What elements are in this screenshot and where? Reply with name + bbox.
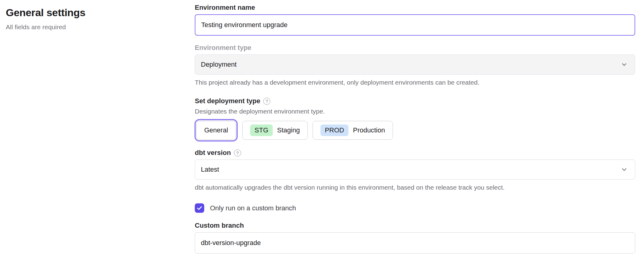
deployment-type-staging-button[interactable]: STG Staging — [242, 121, 308, 140]
dbt-version-helper: dbt automatically upgrades the dbt versi… — [195, 184, 635, 191]
dbt-version-field: dbt version ? Latest dbt automatically u… — [195, 149, 635, 191]
required-fields-note: All fields are required — [6, 23, 189, 31]
chevron-down-icon — [621, 61, 628, 68]
dbt-version-value: Latest — [201, 166, 219, 174]
deployment-type-production-button[interactable]: PROD Production — [313, 121, 393, 140]
environment-type-helper: This project already has a development e… — [195, 79, 635, 86]
environment-name-field: Environment name — [195, 4, 635, 36]
custom-branch-label: Custom branch — [195, 222, 635, 230]
custom-branch-toggle-label[interactable]: Only run on a custom branch — [210, 204, 296, 212]
dbt-version-label-row: dbt version ? — [195, 149, 635, 157]
custom-branch-checkbox[interactable] — [195, 203, 204, 213]
deployment-type-options: General STG Staging PROD Production — [195, 121, 635, 140]
environment-type-label: Environment type — [195, 44, 635, 52]
custom-branch-toggle-row: Only run on a custom branch — [195, 203, 635, 213]
staging-badge: STG — [250, 124, 272, 136]
custom-branch-field: Custom branch — [195, 222, 635, 254]
environment-name-label: Environment name — [195, 4, 635, 12]
custom-branch-input[interactable] — [195, 232, 635, 254]
help-icon[interactable]: ? — [234, 149, 241, 156]
deployment-type-field: Set deployment type ? Designates the dep… — [195, 97, 635, 140]
environment-name-input[interactable] — [195, 14, 635, 36]
checkmark-icon — [197, 205, 202, 211]
deployment-type-staging-label: Staging — [277, 126, 300, 134]
deployment-type-label: Set deployment type — [195, 97, 260, 105]
environment-type-value: Deployment — [201, 61, 236, 68]
help-icon[interactable]: ? — [263, 98, 270, 105]
settings-intro: General settings All fields are required — [0, 0, 195, 254]
deployment-type-production-label: Production — [353, 126, 385, 134]
deployment-type-general-label: General — [204, 126, 228, 134]
deployment-type-label-row: Set deployment type ? — [195, 97, 635, 105]
environment-type-select[interactable]: Deployment — [195, 54, 635, 75]
deployment-type-general-button[interactable]: General — [196, 121, 236, 140]
chevron-down-icon — [621, 166, 628, 173]
environment-settings-form: Environment name Environment type Deploy… — [195, 0, 635, 254]
dbt-version-label: dbt version — [195, 149, 231, 157]
deployment-type-helper: Designates the deployment environment ty… — [195, 108, 635, 115]
environment-type-field: Environment type Deployment This project… — [195, 44, 635, 86]
dbt-version-select[interactable]: Latest — [195, 160, 635, 180]
production-badge: PROD — [320, 124, 348, 136]
page: General settings All fields are required… — [0, 0, 644, 254]
page-title: General settings — [6, 7, 189, 19]
